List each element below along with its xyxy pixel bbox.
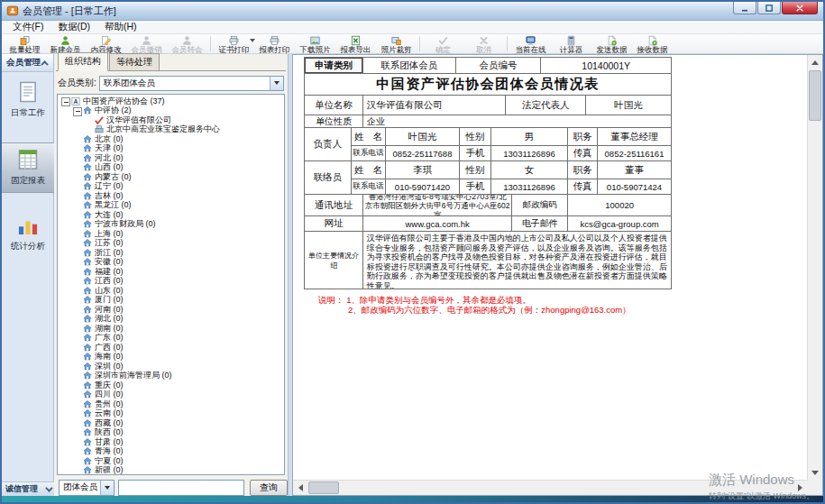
tree-item[interactable]: 湖北 (0) bbox=[58, 315, 284, 325]
toolbar-button[interactable]: 报表导出 bbox=[335, 34, 376, 53]
tab-pending-process[interactable]: 等待处理 bbox=[109, 53, 160, 70]
scroll-down-button[interactable] bbox=[808, 465, 822, 480]
tree-item[interactable]: 海南 (0) bbox=[58, 353, 284, 362]
member-category-select[interactable]: 联系团体会员 bbox=[99, 76, 284, 91]
tree-item[interactable]: 北京 (0) bbox=[58, 134, 284, 144]
liaison-phone-label: 联系电话 bbox=[352, 179, 386, 195]
liaison-mobile-label: 手机 bbox=[460, 179, 491, 195]
tree-item[interactable]: 辽宁 (0) bbox=[58, 182, 284, 192]
tree-item[interactable]: 宁波市财政局 (0) bbox=[58, 220, 284, 230]
toolbar-button[interactable]: 新建会员 bbox=[45, 34, 86, 53]
toolbar-button[interactable]: 证书打印 bbox=[214, 34, 254, 53]
toolbar-button-label: 发送数据 bbox=[597, 46, 628, 54]
tree-item[interactable]: 四川 (0) bbox=[58, 390, 284, 400]
tree-item[interactable]: 甘肃 (0) bbox=[58, 437, 284, 447]
tree-item[interactable]: 江苏 (0) bbox=[58, 239, 284, 249]
query-button[interactable]: 查询 bbox=[250, 480, 288, 496]
tree-item[interactable]: 吉林 (0) bbox=[58, 191, 284, 201]
tree-item[interactable]: 新疆 (0) bbox=[58, 466, 284, 476]
tree-item[interactable]: 云南 (0) bbox=[58, 409, 284, 419]
toolbar-separator bbox=[210, 36, 211, 51]
toolbar-button[interactable]: 照片裁剪 bbox=[376, 34, 417, 53]
tree-item[interactable]: 内蒙古 (0) bbox=[58, 172, 284, 182]
tree-item[interactable]: 陕西 (0) bbox=[58, 428, 284, 438]
toolbar-button[interactable]: 当前在线 bbox=[510, 34, 551, 53]
tree-item[interactable]: 厦门 (0) bbox=[58, 296, 284, 306]
tree-expander-spacer bbox=[72, 305, 82, 314]
scroll-up-button[interactable] bbox=[808, 55, 822, 69]
tree-item[interactable]: 福建 (0) bbox=[58, 267, 284, 277]
member-search-input[interactable] bbox=[118, 480, 244, 496]
toolbar-button[interactable]: 计算器 bbox=[551, 34, 591, 53]
tree-item[interactable]: 天津 (0) bbox=[58, 144, 284, 154]
tree-item[interactable]: 安徽 (0) bbox=[58, 258, 284, 268]
sidebar-item-statistics[interactable]: 统计分析 bbox=[2, 209, 54, 260]
menu-file[interactable]: 文件(F) bbox=[5, 21, 50, 33]
search-type-select[interactable]: 团体会员 bbox=[59, 480, 115, 496]
menu-data[interactable]: 数据(D) bbox=[50, 21, 97, 33]
toolbar-button: 取消 bbox=[463, 34, 504, 53]
tree-item[interactable]: 湖南 (0) bbox=[58, 324, 284, 334]
vertical-scrollbar[interactable] bbox=[807, 55, 822, 480]
sidebar-item-label: 日常工作 bbox=[11, 107, 45, 119]
tree-item[interactable]: 西藏 (0) bbox=[58, 418, 284, 428]
scroll-left-button[interactable] bbox=[293, 481, 307, 495]
tree-item[interactable]: 青海 (0) bbox=[58, 447, 284, 457]
member-category-value: 联系团体会员 bbox=[100, 78, 270, 89]
home-icon bbox=[82, 276, 93, 286]
tree-item[interactable]: 宁夏 (0) bbox=[58, 456, 284, 466]
sidebar-item-fixed-reports[interactable]: 固定报表 bbox=[2, 142, 54, 193]
minimize-button[interactable] bbox=[733, 2, 756, 14]
tree-item[interactable]: 浙江 (0) bbox=[58, 248, 284, 258]
tree-item[interactable]: 深圳市前海管理局 (0) bbox=[58, 371, 284, 381]
combo-arrow-icon[interactable] bbox=[270, 77, 283, 90]
scroll-right-button[interactable] bbox=[793, 481, 807, 495]
horizontal-scrollbar[interactable] bbox=[293, 480, 807, 495]
close-button[interactable] bbox=[782, 2, 818, 14]
tree-item[interactable]: A中国资产评估协会 (37) bbox=[58, 96, 284, 106]
tree-item[interactable]: 大连 (0) bbox=[58, 210, 284, 220]
tree-expander-icon[interactable] bbox=[72, 106, 82, 115]
tree-expander-spacer bbox=[72, 267, 82, 276]
toolbar-button[interactable]: 报表打印 bbox=[254, 34, 295, 53]
tree-item[interactable]: 江西 (0) bbox=[58, 277, 284, 287]
tree-expander-icon[interactable] bbox=[60, 96, 70, 105]
nav-footer-integrity-management[interactable]: 诚信管理 bbox=[2, 481, 54, 496]
toolbar-button-label: 证书打印 bbox=[219, 46, 250, 54]
home-icon bbox=[82, 380, 93, 390]
tree-item[interactable]: 重庆 (0) bbox=[58, 380, 284, 390]
toolbar-button-label: 接收数据 bbox=[637, 46, 668, 54]
vertical-scroll-thumb[interactable] bbox=[809, 70, 821, 121]
chevron-up-icon bbox=[41, 60, 48, 68]
tree-item[interactable]: 山东 (0) bbox=[58, 286, 284, 296]
toolbar-button-label: 报表打印 bbox=[260, 46, 290, 54]
tree-expander-spacer bbox=[72, 248, 82, 257]
toolbar-button[interactable]: 接收数据 bbox=[632, 34, 673, 53]
tab-organization-structure[interactable]: 组织结构 bbox=[58, 52, 108, 71]
tree-expander-spacer bbox=[72, 437, 82, 446]
tree-item[interactable]: 河北 (0) bbox=[58, 153, 284, 163]
tree-item[interactable]: 贵州 (0) bbox=[58, 399, 284, 409]
tree-expander-spacer bbox=[72, 163, 82, 172]
home-icon bbox=[82, 153, 93, 163]
toolbar-button[interactable]: 批量处理 bbox=[5, 34, 45, 53]
tree-item[interactable]: 河南 (0) bbox=[58, 305, 284, 315]
sidebar-item-daily-work[interactable]: 日常工作 bbox=[2, 76, 54, 126]
menu-help[interactable]: 帮助(H) bbox=[97, 21, 144, 33]
tree-item[interactable]: 广西 (0) bbox=[58, 343, 284, 353]
tree-item[interactable]: 黑龙江 (0) bbox=[58, 201, 284, 211]
tree-item[interactable]: 北京中商宏业珠宝鉴定服务中心 bbox=[58, 125, 284, 135]
tree-expander-spacer bbox=[72, 418, 82, 427]
toolbar-button[interactable]: 发送数据 bbox=[591, 34, 632, 53]
maximize-button[interactable] bbox=[757, 2, 781, 14]
tree-item[interactable]: 山西 (0) bbox=[58, 163, 284, 173]
horizontal-scroll-thumb[interactable] bbox=[308, 481, 339, 494]
tree-item[interactable]: 上海 (0) bbox=[58, 229, 284, 239]
combo-arrow-icon[interactable] bbox=[100, 481, 114, 495]
toolbar-button[interactable]: 下载照片 bbox=[295, 34, 335, 53]
toolbar-button[interactable]: 内容修改 bbox=[86, 34, 126, 53]
tree-item[interactable]: 广东 (0) bbox=[58, 334, 284, 344]
member-form-panel: 申请类别 联系团体会员 会员编号 10140001Y 中国资产评估协会团体会员情… bbox=[292, 54, 823, 496]
nav-header-member-management[interactable]: 会员管理 bbox=[2, 54, 53, 72]
apply-type-header-cell[interactable]: 申请类别 bbox=[305, 58, 363, 74]
